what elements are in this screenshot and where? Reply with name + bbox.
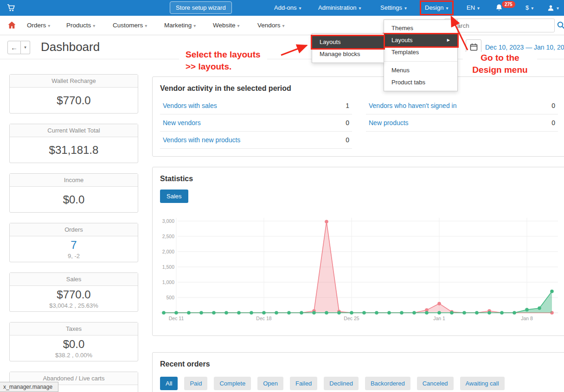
chevron-down-icon: ▾ bbox=[93, 23, 95, 28]
nav-item-customers[interactable]: Customers▾ bbox=[113, 16, 147, 35]
stat-card-title: Orders bbox=[10, 223, 138, 236]
nav-item-website[interactable]: Website▾ bbox=[213, 16, 240, 35]
back-button[interactable]: ← bbox=[7, 41, 21, 54]
chevron-down-icon: ▾ bbox=[237, 23, 240, 28]
vendor-activity-link-new-vendors[interactable]: New vendors bbox=[163, 119, 201, 126]
menu-label: Administration bbox=[318, 4, 356, 11]
stat-card-title: Sales bbox=[10, 273, 138, 286]
topbar-currency-menu[interactable]: $▾ bbox=[526, 0, 533, 16]
topbar-menu-administration[interactable]: Administration▾ bbox=[318, 0, 361, 16]
annotation-line: Go to the bbox=[465, 52, 535, 64]
menu-label: Templates bbox=[391, 46, 419, 58]
vendor-activity-link-new-products[interactable]: New products bbox=[369, 119, 409, 126]
vendor-activity-link-vendors-with-new-products[interactable]: Vendors with new products bbox=[163, 136, 240, 144]
chevron-down-icon: ▾ bbox=[359, 6, 361, 11]
stat-card-title: Current Wallet Total bbox=[10, 124, 138, 137]
design-menu-item-menus[interactable]: Menus bbox=[384, 64, 457, 76]
nav-label: Website bbox=[213, 22, 236, 29]
nav-item-products[interactable]: Products▾ bbox=[66, 16, 95, 35]
stat-card-title: Income bbox=[10, 174, 138, 187]
svg-text:Dec 18: Dec 18 bbox=[256, 316, 271, 321]
layouts-submenu-item-layouts[interactable]: Layouts bbox=[312, 36, 384, 48]
menu-label: Themes bbox=[391, 22, 413, 34]
chevron-down-icon: ▾ bbox=[299, 6, 301, 11]
orders-tab-all[interactable]: All bbox=[160, 377, 178, 390]
orders-tab-open[interactable]: Open bbox=[257, 377, 283, 390]
stat-card-sales: Sales$770.0$3,004.2 , 25.63% bbox=[9, 272, 138, 312]
topbar-user-menu[interactable]: ▾ bbox=[547, 0, 559, 16]
orders-tab-declined[interactable]: Declined bbox=[324, 377, 359, 390]
sales-tab[interactable]: Sales bbox=[160, 190, 188, 203]
stat-card-wallet-recharge: Wallet Recharge$770.0 bbox=[9, 74, 138, 114]
stat-card-value: $0.0 bbox=[63, 193, 85, 206]
annotation-select-layouts: Select the layouts >> layouts. bbox=[179, 48, 267, 74]
topbar-language-menu[interactable]: EN▾ bbox=[467, 0, 480, 16]
nav-item-vendors[interactable]: Vendors▾ bbox=[257, 16, 285, 35]
chevron-down-icon: ▾ bbox=[446, 6, 448, 11]
orders-tab-backordered[interactable]: Backordered bbox=[365, 377, 410, 390]
topbar-menu-design[interactable]: Design▾ bbox=[421, 2, 452, 14]
search-icon[interactable] bbox=[557, 21, 564, 32]
vendor-activity-left-column: Vendors with sales1New vendors0Vendors w… bbox=[160, 97, 352, 149]
vendor-activity-link-vendors-who-haven-t-signed-in[interactable]: Vendors who haven't signed in bbox=[369, 102, 456, 109]
chevron-down-icon: ▾ bbox=[48, 23, 50, 28]
menu-divider bbox=[384, 61, 457, 62]
menu-label: Design bbox=[425, 4, 443, 11]
stat-card-title: Wallet Recharge bbox=[10, 75, 138, 88]
sales-line-chart: 5001,0001,5002,0002,5003,000Dec 11Dec 18… bbox=[160, 214, 558, 325]
store-logo-icon[interactable] bbox=[6, 3, 16, 14]
statistics-title: Statistics bbox=[160, 175, 558, 183]
stat-card-value: $31,181.8 bbox=[49, 144, 99, 157]
menu-label: Menus bbox=[391, 64, 410, 76]
topbar-menu-add-ons[interactable]: Add-ons▾ bbox=[274, 0, 301, 16]
vendor-activity-right-column: Vendors who haven't signed in0New produc… bbox=[366, 97, 558, 149]
home-icon[interactable] bbox=[7, 21, 16, 32]
design-menu-item-layouts[interactable]: Layouts▶ bbox=[384, 34, 457, 46]
orders-tab-awaiting-call[interactable]: Awaiting call bbox=[460, 377, 505, 390]
nav-item-orders[interactable]: Orders▾ bbox=[27, 16, 50, 35]
design-menu-item-templates[interactable]: Templates bbox=[384, 46, 457, 58]
layouts-submenu: LayoutsManage blocks bbox=[312, 33, 384, 63]
menu-label: Add-ons bbox=[274, 4, 296, 11]
svg-text:1,500: 1,500 bbox=[162, 264, 174, 270]
page-title: Dashboard bbox=[41, 40, 100, 54]
orders-tab-failed[interactable]: Failed bbox=[290, 377, 317, 390]
stat-card-income: Income$0.0 bbox=[9, 173, 138, 213]
vendor-activity-value: 0 bbox=[346, 119, 349, 126]
nav-label: Customers bbox=[113, 22, 143, 29]
status-tooltip: x_manager.manage bbox=[0, 382, 58, 392]
stat-card-value: 7 bbox=[70, 239, 77, 252]
store-setup-wizard-button[interactable]: Store setup wizard bbox=[170, 1, 232, 14]
stat-card-value: $0.0 bbox=[63, 338, 85, 351]
design-menu-item-product-tabs[interactable]: Product tabs bbox=[384, 76, 457, 89]
stat-card-orders: Orders79, -2 bbox=[9, 223, 138, 262]
chevron-down-icon: ▾ bbox=[193, 23, 196, 28]
vendor-activity-row: Vendors with new products0 bbox=[160, 132, 352, 149]
chevron-down-icon: ▾ bbox=[477, 6, 480, 11]
topbar: Store setup wizard Add-ons▾Administratio… bbox=[0, 0, 564, 16]
topbar-menu-settings[interactable]: Settings▾ bbox=[380, 0, 407, 16]
back-dropdown-caret[interactable]: ▾ bbox=[21, 41, 30, 54]
nav-label: Vendors bbox=[257, 22, 281, 29]
svg-text:1,000: 1,000 bbox=[162, 279, 174, 285]
menu-label: Settings bbox=[380, 4, 402, 11]
stat-card-current-wallet-total: Current Wallet Total$31,181.8 bbox=[9, 124, 138, 163]
vendor-activity-title: Vendor activity in the selected period bbox=[160, 84, 558, 93]
vendor-activity-row: Vendors with sales1 bbox=[160, 97, 352, 114]
nav-item-marketing[interactable]: Marketing▾ bbox=[164, 16, 196, 35]
date-range[interactable]: Dec 10, 2023 — Jan 10, 2024 bbox=[485, 44, 564, 51]
layouts-submenu-item-manage-blocks[interactable]: Manage blocks bbox=[312, 48, 384, 60]
vendor-activity-link-vendors-with-sales[interactable]: Vendors with sales bbox=[163, 102, 217, 109]
search-input[interactable] bbox=[444, 19, 555, 32]
svg-text:3,000: 3,000 bbox=[162, 218, 174, 224]
design-menu-item-themes[interactable]: Themes bbox=[384, 22, 457, 34]
chevron-down-icon: ▾ bbox=[557, 6, 559, 11]
svg-text:Jan 1: Jan 1 bbox=[433, 316, 445, 321]
orders-tab-paid[interactable]: Paid bbox=[184, 377, 207, 390]
menu-label: Layouts bbox=[391, 34, 413, 46]
annotation-line: >> layouts. bbox=[186, 61, 261, 73]
orders-tab-complete[interactable]: Complete bbox=[214, 377, 251, 390]
orders-tab-canceled[interactable]: Canceled bbox=[417, 377, 454, 390]
recent-orders-title: Recent orders bbox=[160, 360, 558, 368]
svg-text:2,500: 2,500 bbox=[162, 234, 174, 239]
